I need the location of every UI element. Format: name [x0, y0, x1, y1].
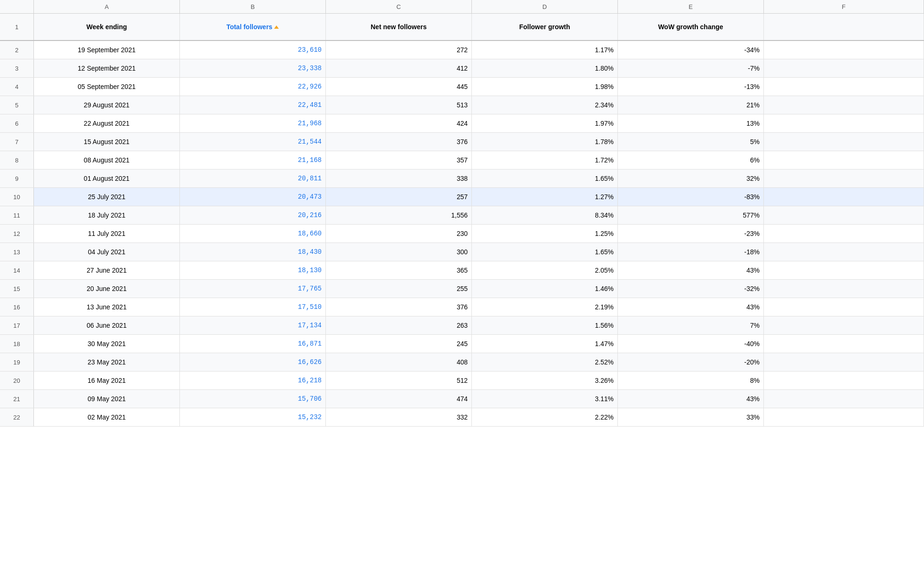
- cell-total-followers: 21,968: [180, 114, 326, 132]
- cell-follower-growth: 1.46%: [472, 280, 618, 298]
- cell-total-followers: 18,660: [180, 225, 326, 243]
- cell-f-empty: [764, 372, 924, 389]
- cell-net-new-followers: 365: [326, 261, 472, 279]
- table-row: 16 13 June 2021 17,510 376 2.19% 43%: [0, 298, 924, 316]
- cell-wow-growth-change: -83%: [618, 188, 764, 206]
- cell-f-empty: [764, 280, 924, 298]
- cell-follower-growth: 1.78%: [472, 133, 618, 151]
- table-row: 9 01 August 2021 20,811 338 1.65% 32%: [0, 170, 924, 188]
- cell-total-followers: 21,168: [180, 151, 326, 169]
- cell-follower-growth: 1.97%: [472, 114, 618, 132]
- cell-net-new-followers: 408: [326, 353, 472, 371]
- cell-net-new-followers: 230: [326, 225, 472, 243]
- cell-follower-growth: 8.34%: [472, 206, 618, 224]
- cell-net-new-followers: 513: [326, 96, 472, 114]
- cell-follower-growth: 2.05%: [472, 261, 618, 279]
- table-row: 12 11 July 2021 18,660 230 1.25% -23%: [0, 225, 924, 243]
- col-header-e[interactable]: E: [618, 0, 764, 13]
- row-num-15: 15: [0, 280, 34, 298]
- cell-week-ending: 20 June 2021: [34, 280, 180, 298]
- table-row: 6 22 August 2021 21,968 424 1.97% 13%: [0, 114, 924, 133]
- table-row: 17 06 June 2021 17,134 263 1.56% 7%: [0, 316, 924, 335]
- cell-f-empty: [764, 151, 924, 169]
- row-num-2: 2: [0, 41, 34, 59]
- row-num-13: 13: [0, 243, 34, 261]
- header-cell-week-ending: Week ending: [34, 14, 180, 40]
- cell-net-new-followers: 245: [326, 335, 472, 353]
- col-header-c[interactable]: C: [326, 0, 472, 13]
- cell-net-new-followers: 424: [326, 114, 472, 132]
- row-num-10: 10: [0, 188, 34, 206]
- cell-net-new-followers: 512: [326, 372, 472, 389]
- cell-wow-growth-change: 5%: [618, 133, 764, 151]
- cell-f-empty: [764, 114, 924, 132]
- row-num-3: 3: [0, 59, 34, 77]
- table-row: 18 30 May 2021 16,871 245 1.47% -40%: [0, 335, 924, 353]
- cell-follower-growth: 1.27%: [472, 188, 618, 206]
- row-num-16: 16: [0, 298, 34, 316]
- header-cell-follower-growth: Follower growth: [472, 14, 618, 40]
- cell-f-empty: [764, 243, 924, 261]
- cell-wow-growth-change: 21%: [618, 96, 764, 114]
- cell-week-ending: 30 May 2021: [34, 335, 180, 353]
- cell-net-new-followers: 300: [326, 243, 472, 261]
- row-num-4: 4: [0, 78, 34, 96]
- table-row: 2 19 September 2021 23,610 272 1.17% -34…: [0, 41, 924, 59]
- col-header-b[interactable]: B: [180, 0, 326, 13]
- sort-indicator-icon: [274, 25, 279, 29]
- cell-total-followers: 20,811: [180, 170, 326, 187]
- row-num-12: 12: [0, 225, 34, 243]
- cell-net-new-followers: 338: [326, 170, 472, 187]
- cell-total-followers: 18,430: [180, 243, 326, 261]
- cell-wow-growth-change: 13%: [618, 114, 764, 132]
- header-cell-wow-growth: WoW growth change: [618, 14, 764, 40]
- cell-total-followers: 23,610: [180, 41, 326, 59]
- cell-net-new-followers: 332: [326, 408, 472, 426]
- cell-wow-growth-change: 33%: [618, 408, 764, 426]
- cell-f-empty: [764, 188, 924, 206]
- cell-wow-growth-change: 7%: [618, 316, 764, 334]
- row-num-9: 9: [0, 170, 34, 187]
- cell-f-empty: [764, 59, 924, 77]
- row-num-8: 8: [0, 151, 34, 169]
- table-row: 10 25 July 2021 20,473 257 1.27% -83%: [0, 188, 924, 206]
- cell-total-followers: 20,473: [180, 188, 326, 206]
- cell-wow-growth-change: -34%: [618, 41, 764, 59]
- cell-f-empty: [764, 225, 924, 243]
- cell-total-followers: 21,544: [180, 133, 326, 151]
- cell-total-followers: 22,481: [180, 96, 326, 114]
- cell-net-new-followers: 376: [326, 298, 472, 316]
- cell-follower-growth: 3.11%: [472, 390, 618, 408]
- cell-follower-growth: 1.65%: [472, 243, 618, 261]
- cell-wow-growth-change: 6%: [618, 151, 764, 169]
- cell-f-empty: [764, 316, 924, 334]
- row-num-11: 11: [0, 206, 34, 224]
- cell-total-followers: 15,706: [180, 390, 326, 408]
- cell-follower-growth: 1.72%: [472, 151, 618, 169]
- row-num-7: 7: [0, 133, 34, 151]
- col-header-d[interactable]: D: [472, 0, 618, 13]
- table-row: 7 15 August 2021 21,544 376 1.78% 5%: [0, 133, 924, 151]
- table-row: 15 20 June 2021 17,765 255 1.46% -32%: [0, 280, 924, 298]
- cell-total-followers: 17,510: [180, 298, 326, 316]
- cell-f-empty: [764, 353, 924, 371]
- cell-week-ending: 23 May 2021: [34, 353, 180, 371]
- cell-week-ending: 04 July 2021: [34, 243, 180, 261]
- cell-wow-growth-change: 577%: [618, 206, 764, 224]
- row-num-21: 21: [0, 390, 34, 408]
- cell-wow-growth-change: -20%: [618, 353, 764, 371]
- cell-follower-growth: 1.56%: [472, 316, 618, 334]
- cell-total-followers: 20,216: [180, 206, 326, 224]
- cell-follower-growth: 1.80%: [472, 59, 618, 77]
- row-num-1: 1: [0, 14, 34, 40]
- cell-week-ending: 05 September 2021: [34, 78, 180, 96]
- cell-wow-growth-change: 43%: [618, 390, 764, 408]
- cell-week-ending: 06 June 2021: [34, 316, 180, 334]
- cell-follower-growth: 2.19%: [472, 298, 618, 316]
- cell-total-followers: 17,765: [180, 280, 326, 298]
- data-rows-container: 2 19 September 2021 23,610 272 1.17% -34…: [0, 41, 924, 427]
- col-header-a[interactable]: A: [34, 0, 180, 13]
- col-header-f[interactable]: F: [764, 0, 924, 13]
- cell-week-ending: 25 July 2021: [34, 188, 180, 206]
- cell-wow-growth-change: -32%: [618, 280, 764, 298]
